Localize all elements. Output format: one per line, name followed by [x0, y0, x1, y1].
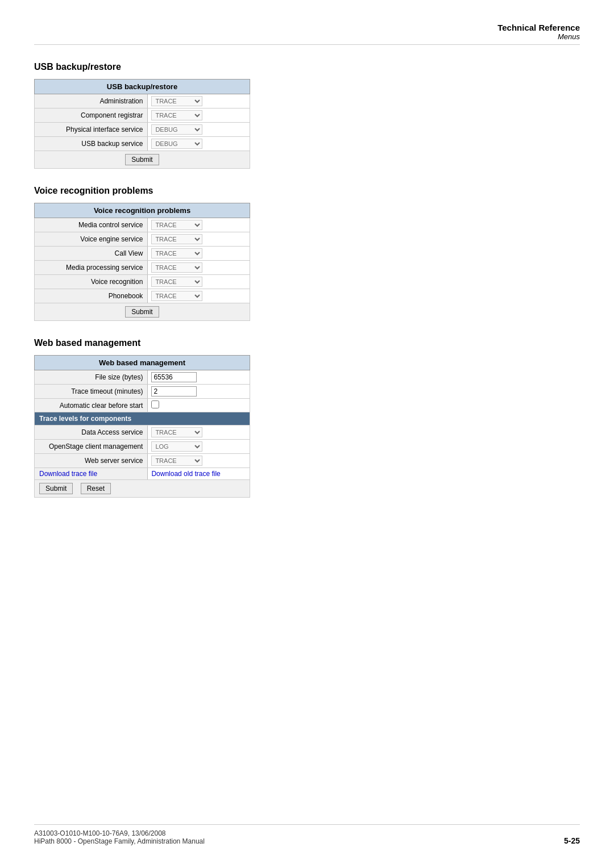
call-view-select[interactable]: TRACEDEBUGLOG [151, 248, 202, 258]
file-size-input[interactable] [151, 372, 197, 382]
voice-row4-value: TRACEDEBUGLOG [148, 261, 250, 275]
usb-row2-value: TRACEDEBUGLOG [148, 108, 250, 123]
file-size-cell [148, 370, 250, 385]
page-header: Technical Reference Menus [34, 23, 580, 45]
auto-clear-label: Automatic clear before start [35, 399, 148, 412]
usb-table-header-row: USB backup/restore [35, 80, 250, 94]
voice-heading: Voice recognition problems [34, 186, 580, 196]
voice-table-header: Voice recognition problems [35, 203, 250, 218]
usb-row4-label: USB backup service [35, 137, 148, 151]
footer-left: A31003-O1010-M100-10-76A9, 13/06/2008 Hi… [34, 829, 205, 845]
voice-recognition-select[interactable]: TRACEDEBUGLOG [151, 277, 202, 287]
voice-row5-value: TRACEDEBUGLOG [148, 275, 250, 289]
usb-row2-label: Component registrar [35, 108, 148, 123]
voice-row5-label: Voice recognition [35, 275, 148, 289]
openstage-select[interactable]: TRACEDEBUGLOG [151, 441, 202, 452]
voice-row2-label: Voice engine service [35, 232, 148, 247]
voice-section: Voice recognition problems Voice recogni… [34, 186, 580, 321]
wbm-table: Web based management File size (bytes) T… [34, 355, 250, 498]
trace-timeout-label: Trace timeout (minutes) [35, 385, 148, 399]
data-access-cell: TRACEDEBUGLOG [148, 425, 250, 440]
usb-row3-label: Physical interface service [35, 123, 148, 137]
voice-row1-value: TRACEDEBUGLOG [148, 218, 250, 232]
usb-table: USB backup/restore Administration TRACED… [34, 79, 250, 169]
table-row: OpenStage client management TRACEDEBUGLO… [35, 440, 250, 454]
footer-line1: A31003-O1010-M100-10-76A9, 13/06/2008 [34, 829, 205, 837]
file-size-label: File size (bytes) [35, 370, 148, 385]
web-server-select[interactable]: TRACEDEBUGLOG [151, 456, 202, 466]
voice-engine-select[interactable]: TRACEDEBUGLOG [151, 234, 202, 244]
usb-row4-value: TRACEDEBUGLOG [148, 137, 250, 151]
web-server-cell: TRACEDEBUGLOG [148, 454, 250, 468]
usb-submit-cell: Submit [35, 151, 250, 169]
web-heading: Web based management [34, 338, 580, 348]
trace-levels-header-row: Trace levels for components [35, 412, 250, 425]
wbm-submit-button[interactable]: Submit [39, 483, 73, 494]
table-row: File size (bytes) [35, 370, 250, 385]
usb-row1-value: TRACEDEBUGLOG [148, 94, 250, 108]
footer-page-number: 5-25 [564, 836, 580, 845]
voice-row3-label: Call View [35, 247, 148, 261]
table-row: Voice recognition TRACEDEBUGLOG [35, 275, 250, 289]
wbm-table-header-row: Web based management [35, 356, 250, 370]
wbm-reset-button[interactable]: Reset [81, 483, 111, 494]
physical-interface-select[interactable]: TRACEDEBUGLOG [151, 124, 202, 135]
web-server-label: Web server service [35, 454, 148, 468]
table-row: Component registrar TRACEDEBUGLOG [35, 108, 250, 123]
voice-row3-value: TRACEDEBUGLOG [148, 247, 250, 261]
openstage-label: OpenStage client management [35, 440, 148, 454]
auto-clear-cell [148, 399, 250, 412]
usb-submit-button[interactable]: Submit [125, 154, 159, 165]
usb-section: USB backup/restore USB backup/restore Ad… [34, 62, 580, 169]
auto-clear-checkbox[interactable] [151, 400, 159, 408]
voice-table-header-row: Voice recognition problems [35, 203, 250, 218]
trace-timeout-input[interactable] [151, 386, 197, 397]
download-trace-cell: Download trace file [35, 468, 148, 480]
web-section: Web based management Web based managemen… [34, 338, 580, 498]
phonebook-select[interactable]: TRACEDEBUGLOG [151, 291, 202, 301]
media-processing-select[interactable]: TRACEDEBUGLOG [151, 262, 202, 273]
table-row: Web server service TRACEDEBUGLOG [35, 454, 250, 468]
wbm-submit-cell: Submit Reset [35, 480, 250, 498]
usb-row3-value: TRACEDEBUGLOG [148, 123, 250, 137]
usb-submit-row: Submit [35, 151, 250, 169]
voice-table: Voice recognition problems Media control… [34, 203, 250, 321]
data-access-select[interactable]: TRACEDEBUGLOG [151, 427, 202, 437]
wbm-links-row: Download trace file Download old trace f… [35, 468, 250, 480]
footer-line2: HiPath 8000 - OpenStage Family, Administ… [34, 837, 205, 845]
media-control-select[interactable]: TRACEDEBUGLOG [151, 220, 202, 230]
table-row: Data Access service TRACEDEBUGLOG [35, 425, 250, 440]
table-row: Media processing service TRACEDEBUGLOG [35, 261, 250, 275]
openstage-cell: TRACEDEBUGLOG [148, 440, 250, 454]
trace-levels-header: Trace levels for components [35, 412, 250, 425]
voice-row1-label: Media control service [35, 218, 148, 232]
table-row: Call View TRACEDEBUGLOG [35, 247, 250, 261]
component-registrar-select[interactable]: TRACEDEBUGLOG [151, 110, 202, 120]
page-footer: A31003-O1010-M100-10-76A9, 13/06/2008 Hi… [34, 824, 580, 845]
administration-select[interactable]: TRACEDEBUGLOG [151, 96, 202, 106]
data-access-label: Data Access service [35, 425, 148, 440]
table-row: Media control service TRACEDEBUGLOG [35, 218, 250, 232]
wbm-table-header: Web based management [35, 356, 250, 370]
usb-backup-service-select[interactable]: TRACEDEBUGLOG [151, 139, 202, 149]
header-subtitle: Menus [34, 32, 580, 41]
usb-table-header: USB backup/restore [35, 80, 250, 94]
trace-timeout-cell [148, 385, 250, 399]
table-row: USB backup service TRACEDEBUGLOG [35, 137, 250, 151]
table-row: Automatic clear before start [35, 399, 250, 412]
voice-row6-label: Phonebook [35, 289, 148, 303]
voice-row4-label: Media processing service [35, 261, 148, 275]
header-title: Technical Reference [34, 23, 580, 32]
voice-row2-value: TRACEDEBUGLOG [148, 232, 250, 247]
table-row: Administration TRACEDEBUGLOG [35, 94, 250, 108]
voice-submit-button[interactable]: Submit [125, 306, 159, 318]
voice-row6-value: TRACEDEBUGLOG [148, 289, 250, 303]
voice-submit-cell: Submit [35, 303, 250, 321]
table-row: Phonebook TRACEDEBUGLOG [35, 289, 250, 303]
table-row: Trace timeout (minutes) [35, 385, 250, 399]
download-old-trace-cell: Download old trace file [148, 468, 250, 480]
download-trace-link[interactable]: Download trace file [39, 470, 97, 478]
download-old-trace-link[interactable]: Download old trace file [151, 470, 220, 478]
voice-submit-row: Submit [35, 303, 250, 321]
wbm-submit-row: Submit Reset [35, 480, 250, 498]
